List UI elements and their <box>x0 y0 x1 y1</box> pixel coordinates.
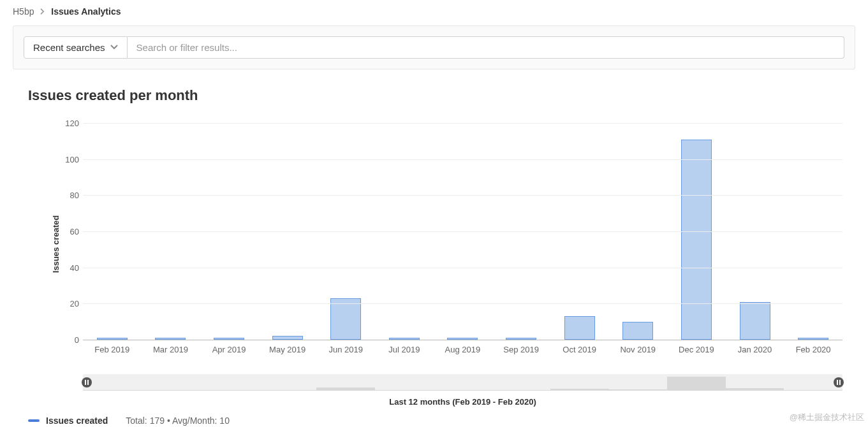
range-spark <box>316 387 375 391</box>
legend: Issues created Total: 179 • Avg/Month: 1… <box>28 416 842 426</box>
legend-stats: Total: 179 • Avg/Month: 10 <box>126 416 230 426</box>
bar[interactable] <box>564 316 595 340</box>
x-tick-label: Feb 2020 <box>796 345 831 354</box>
bar[interactable] <box>622 322 653 340</box>
gridline <box>83 268 842 268</box>
chart-area: Issues created Feb 2019Mar 2019Apr 2019M… <box>45 123 842 365</box>
x-tick-label: May 2019 <box>269 345 305 354</box>
bar[interactable] <box>740 302 770 340</box>
bar[interactable] <box>330 298 361 340</box>
chevron-down-icon <box>110 42 118 53</box>
gridline <box>83 159 842 160</box>
range-spark <box>375 390 434 391</box>
legend-swatch-icon <box>28 419 40 422</box>
x-tick-label: Sep 2019 <box>503 345 539 354</box>
range-spark <box>550 389 609 391</box>
range-handle-right[interactable] <box>834 377 844 387</box>
range-handle-left[interactable] <box>82 377 92 387</box>
gridline <box>83 123 842 124</box>
y-tick-label: 80 <box>57 191 79 200</box>
range-spark <box>83 390 142 391</box>
x-tick-label: Nov 2019 <box>620 345 656 354</box>
recent-searches-label: Recent searches <box>33 42 105 53</box>
gridline <box>83 231 842 232</box>
range-spark <box>784 390 842 391</box>
range-spark <box>200 390 258 391</box>
chart-section: Issues created per month Issues created … <box>0 69 868 426</box>
range-spark <box>492 390 550 391</box>
x-tick-label: Aug 2019 <box>445 345 481 354</box>
legend-item[interactable]: Issues created <box>28 416 108 426</box>
range-spark <box>258 390 317 391</box>
breadcrumb-current: Issues Analytics <box>51 6 121 17</box>
x-tick-label: Jul 2019 <box>388 345 420 354</box>
chevron-right-icon <box>40 6 45 17</box>
breadcrumb: H5bp Issues Analytics <box>0 0 868 25</box>
x-tick-label: Oct 2019 <box>563 345 596 354</box>
x-tick-label: Jan 2020 <box>738 345 772 354</box>
watermark: @稀土掘金技术社区 <box>790 412 864 423</box>
search-input[interactable] <box>128 36 844 59</box>
y-tick-label: 60 <box>57 227 79 236</box>
gridline <box>83 195 842 196</box>
range-spark <box>434 390 492 391</box>
y-tick-label: 20 <box>57 299 79 308</box>
y-tick-label: 100 <box>57 154 79 164</box>
range-spark <box>726 388 784 391</box>
y-tick-label: 0 <box>57 335 79 345</box>
x-axis-label: Last 12 months (Feb 2019 - Feb 2020) <box>83 397 842 407</box>
chart-plot: Feb 2019Mar 2019Apr 2019May 2019Jun 2019… <box>83 123 842 340</box>
range-slider[interactable] <box>83 374 842 391</box>
x-tick-label: Feb 2019 <box>94 345 129 354</box>
legend-series-name: Issues created <box>46 416 108 426</box>
bar[interactable] <box>681 140 712 340</box>
search-bar: Recent searches <box>13 25 855 69</box>
gridline <box>83 303 842 304</box>
x-tick-label: Mar 2019 <box>153 345 188 354</box>
gridline <box>83 340 842 340</box>
range-spark <box>609 389 668 391</box>
range-spark <box>667 377 726 391</box>
x-tick-label: Apr 2019 <box>212 345 246 354</box>
x-tick-label: Jun 2019 <box>328 345 363 354</box>
y-tick-label: 120 <box>57 119 79 128</box>
y-tick-label: 40 <box>57 263 79 272</box>
chart-title: Issues created per month <box>28 87 842 104</box>
x-tick-label: Dec 2019 <box>679 345 714 354</box>
range-spark <box>142 390 200 391</box>
recent-searches-button[interactable]: Recent searches <box>24 36 128 59</box>
breadcrumb-parent[interactable]: H5bp <box>13 6 34 17</box>
